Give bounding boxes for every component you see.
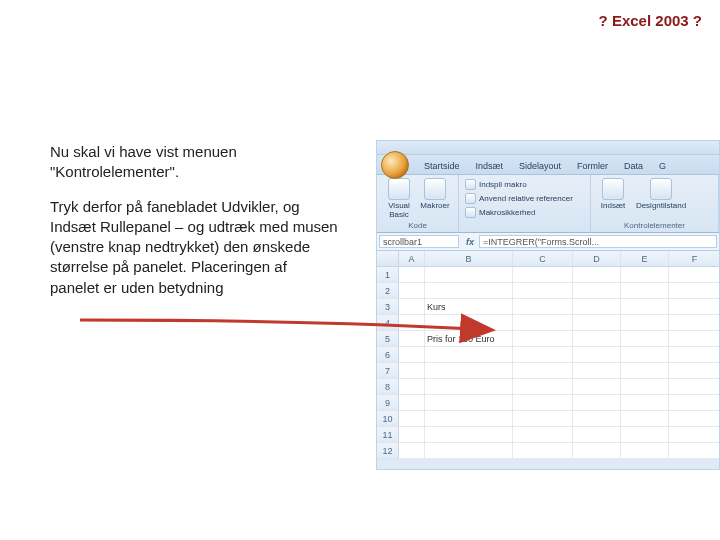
cell[interactable]: [573, 363, 621, 379]
ribbon-tab[interactable]: Sidelayout: [512, 159, 568, 174]
cell[interactable]: [399, 363, 425, 379]
cell[interactable]: [621, 347, 669, 363]
cell[interactable]: [513, 363, 573, 379]
cell[interactable]: [669, 443, 720, 459]
cell[interactable]: [621, 331, 669, 347]
cell[interactable]: [425, 347, 513, 363]
cell[interactable]: [621, 443, 669, 459]
record-macro-button[interactable]: Indspil makro: [463, 178, 586, 191]
row-header[interactable]: 7: [377, 363, 399, 379]
cell[interactable]: [669, 395, 720, 411]
name-box[interactable]: scrollbar1: [379, 235, 459, 248]
ribbon-tab[interactable]: Indsæt: [469, 159, 511, 174]
cell[interactable]: [425, 315, 513, 331]
cell[interactable]: [425, 443, 513, 459]
relative-refs-button[interactable]: Anvend relative referencer: [463, 192, 586, 205]
cell[interactable]: [669, 331, 720, 347]
fx-icon[interactable]: fx: [461, 233, 479, 250]
cell[interactable]: [669, 411, 720, 427]
cell[interactable]: [573, 379, 621, 395]
macro-security-button[interactable]: Makrosikkerhed: [463, 206, 586, 219]
cell[interactable]: [621, 283, 669, 299]
cell[interactable]: [573, 427, 621, 443]
cell[interactable]: [399, 427, 425, 443]
cell[interactable]: [573, 411, 621, 427]
column-header[interactable]: D: [573, 251, 621, 267]
cell[interactable]: [399, 283, 425, 299]
ribbon-tab[interactable]: G: [652, 159, 673, 174]
cell[interactable]: [669, 315, 720, 331]
cell[interactable]: [669, 283, 720, 299]
cell[interactable]: [513, 283, 573, 299]
cell[interactable]: [513, 315, 573, 331]
row-header[interactable]: 1: [377, 267, 399, 283]
cell[interactable]: [669, 363, 720, 379]
column-header[interactable]: A: [399, 251, 425, 267]
cell[interactable]: [621, 395, 669, 411]
column-header[interactable]: C: [513, 251, 573, 267]
formula-input[interactable]: =INTEGRER("Forms.Scroll...: [479, 235, 717, 248]
select-all-corner[interactable]: [377, 251, 399, 267]
cell[interactable]: [399, 347, 425, 363]
cell[interactable]: [669, 427, 720, 443]
row-header[interactable]: 3: [377, 299, 399, 315]
cell[interactable]: [513, 299, 573, 315]
column-header[interactable]: E: [621, 251, 669, 267]
cell[interactable]: [621, 267, 669, 283]
cell[interactable]: [425, 379, 513, 395]
cell[interactable]: [399, 443, 425, 459]
cell[interactable]: [573, 283, 621, 299]
ribbon-tab[interactable]: Formler: [570, 159, 615, 174]
row-header[interactable]: 12: [377, 443, 399, 459]
cell[interactable]: [669, 347, 720, 363]
cell[interactable]: [573, 299, 621, 315]
cell[interactable]: [425, 363, 513, 379]
cell[interactable]: [513, 443, 573, 459]
cell[interactable]: [621, 363, 669, 379]
office-button-icon[interactable]: [381, 151, 409, 179]
insert-control-button[interactable]: Indsæt: [595, 178, 631, 210]
row-header[interactable]: 6: [377, 347, 399, 363]
cell[interactable]: [669, 299, 720, 315]
cell[interactable]: [513, 267, 573, 283]
cell[interactable]: [425, 267, 513, 283]
cell[interactable]: [513, 347, 573, 363]
cell[interactable]: [513, 427, 573, 443]
cell[interactable]: [425, 411, 513, 427]
cell[interactable]: [399, 395, 425, 411]
cell[interactable]: [621, 315, 669, 331]
cell[interactable]: [513, 379, 573, 395]
cell[interactable]: [573, 443, 621, 459]
excel-2003-link[interactable]: ? Excel 2003 ?: [599, 12, 702, 29]
cell[interactable]: [399, 315, 425, 331]
cell[interactable]: [399, 411, 425, 427]
ribbon-tab[interactable]: Startside: [417, 159, 467, 174]
cell[interactable]: [513, 411, 573, 427]
cell[interactable]: [621, 299, 669, 315]
cell[interactable]: [399, 379, 425, 395]
cell[interactable]: [513, 395, 573, 411]
column-header[interactable]: B: [425, 251, 513, 267]
cell[interactable]: [573, 315, 621, 331]
row-header[interactable]: 10: [377, 411, 399, 427]
cell[interactable]: Kurs: [425, 299, 513, 315]
cell[interactable]: [573, 331, 621, 347]
row-header[interactable]: 8: [377, 379, 399, 395]
cell[interactable]: [399, 267, 425, 283]
cell[interactable]: [513, 331, 573, 347]
visual-basic-button[interactable]: Visual Basic: [381, 178, 417, 219]
cell[interactable]: [573, 267, 621, 283]
row-header[interactable]: 2: [377, 283, 399, 299]
cell[interactable]: [573, 395, 621, 411]
cell[interactable]: [573, 347, 621, 363]
row-header[interactable]: 11: [377, 427, 399, 443]
row-header[interactable]: 4: [377, 315, 399, 331]
cell[interactable]: [425, 283, 513, 299]
cell[interactable]: [621, 427, 669, 443]
cell[interactable]: [425, 395, 513, 411]
row-header[interactable]: 9: [377, 395, 399, 411]
cell[interactable]: [669, 379, 720, 395]
cell[interactable]: [399, 331, 425, 347]
cell[interactable]: [621, 379, 669, 395]
cell[interactable]: Pris for 130 Euro: [425, 331, 513, 347]
